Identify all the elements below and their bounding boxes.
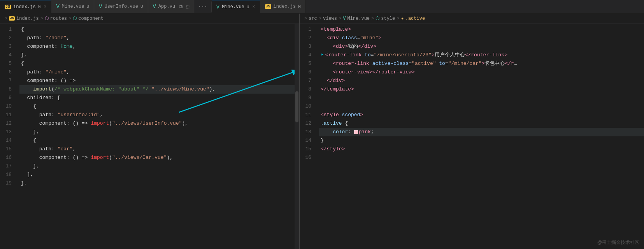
right-breadcrumb: > src > views > V Mine.vue > ⬡ style > ✦… (300, 14, 644, 24)
code-line: children: [ (19, 94, 299, 102)
code-line: <div class="mine"> (319, 34, 644, 42)
code-line: <div>我的</div> (319, 42, 644, 51)
ln: 7 (300, 77, 315, 85)
vue-icon: V (216, 4, 219, 10)
scrollbar-thumb[interactable] (295, 91, 298, 122)
code-line: component: () => (19, 77, 299, 85)
tab-userinfo-vue[interactable]: V UserInfo.vue U (94, 0, 148, 13)
code-line: }, (19, 162, 299, 171)
editor-container: > JS index.js > ⬡ routes > ⬡ component 1… (0, 14, 644, 249)
left-pane: > JS index.js > ⬡ routes > ⬡ component 1… (0, 14, 300, 249)
sep: > (397, 16, 399, 21)
app-window: JS index.js M × V Mine.vue U V UserInfo.… (0, 0, 644, 249)
ln: 9 (300, 94, 315, 102)
code-line: <router-view></router-view> (319, 68, 644, 77)
bc-views: views (323, 16, 337, 21)
code-line: </style> (319, 145, 644, 153)
ln: 12 (0, 119, 16, 128)
tab-mine-vue-right[interactable]: V Mine.vue U × (212, 0, 260, 13)
sep: > (339, 16, 341, 21)
code-lines-right: <template> <div class="mine"> <div>我的</d… (319, 24, 644, 249)
code-line: </div> (319, 77, 644, 85)
bc-src: src (309, 16, 317, 21)
close-icon[interactable]: × (44, 4, 46, 10)
tab-label: Mine.vue (62, 4, 84, 9)
more-tabs-button[interactable]: ··· (194, 0, 211, 13)
line-numbers-left: 1 2 3 4 5 6 7 8 9 10 11 12 13 14 15 16 1 (0, 24, 19, 249)
bc-mine-vue: Mine.vue (347, 16, 370, 21)
tab-bar: JS index.js M × V Mine.vue U V UserInfo.… (0, 0, 644, 14)
right-pane: > src > views > V Mine.vue > ⬡ style > ✦… (300, 14, 644, 249)
ln: 15 (300, 145, 315, 153)
tab-mine-vue-left[interactable]: V Mine.vue U (51, 0, 94, 13)
code-line: } (319, 136, 644, 145)
bc-style: style (381, 16, 395, 21)
ln: 13 (0, 128, 16, 136)
ln: 3 (300, 42, 315, 51)
tab-badge: U (140, 4, 143, 9)
breadcrumb-icon-routes: ⬡ (45, 16, 49, 21)
tab-label: UserInfo.vue (104, 4, 138, 9)
bc-style-icon: ⬡ (376, 16, 379, 21)
watermark: @稀土掘金技术社区 (597, 239, 639, 246)
tab-index-js[interactable]: JS index.js M × (0, 0, 51, 13)
breadcrumb-sep: > (304, 16, 307, 21)
ln: 16 (0, 153, 16, 162)
tab-badge: M (298, 4, 301, 9)
ln: 7 (0, 77, 16, 85)
split-icon: ⧉ (179, 4, 182, 10)
code-line (319, 94, 644, 102)
ln: 5 (300, 59, 315, 68)
close-icon[interactable]: × (252, 4, 255, 10)
code-line: path: "car", (19, 145, 299, 153)
ln: 15 (0, 145, 16, 153)
code-lines-left: { path: "/home", component: Home, }, { p… (19, 24, 299, 249)
code-line: { (19, 59, 299, 68)
ln: 6 (0, 68, 16, 77)
code-line: }, (19, 51, 299, 59)
left-breadcrumb: > JS index.js > ⬡ routes > ⬡ component (0, 14, 299, 24)
ln: 18 (0, 171, 16, 179)
code-line: component: () => import("../views/UserIn… (19, 119, 299, 128)
ln: 14 (0, 136, 16, 145)
tab-app-vue[interactable]: V App.vu ⧉ ⬚ (148, 0, 195, 13)
vue-icon: V (99, 3, 102, 10)
ln: 1 (300, 25, 315, 34)
code-line: path: "userinfo/:id", (19, 111, 299, 119)
ln: 11 (300, 111, 315, 119)
ln: 8 (300, 85, 315, 94)
code-line: }, (19, 128, 299, 136)
ln: 8 (0, 85, 16, 94)
code-line: path: "/home", (19, 34, 299, 42)
ln: 3 (0, 42, 16, 51)
code-line: .active { (319, 119, 644, 128)
layout-icon: ⬚ (186, 4, 189, 10)
ln: 2 (0, 34, 16, 42)
ln: 14 (300, 136, 315, 145)
code-line: }, (19, 179, 299, 188)
ln: 10 (300, 102, 315, 111)
line-numbers-right: 1 2 3 4 5 6 7 8 9 10 11 12 13 14 15 16 (300, 24, 319, 249)
scrollbar-track[interactable] (295, 24, 299, 249)
right-code-area[interactable]: 1 2 3 4 5 6 7 8 9 10 11 12 13 14 15 16 (300, 24, 644, 249)
breadcrumb-icon-component: ⬡ (73, 16, 77, 21)
code-line-4: ➤ <router-link to="/mine/userinfo/23">用户… (319, 51, 644, 59)
ln: 5 (0, 59, 16, 68)
breadcrumb-routes: routes (50, 16, 67, 21)
code-line: { (19, 136, 299, 145)
tab-badge: U (247, 5, 249, 9)
vue-icon: V (343, 16, 346, 21)
ln: 4 (300, 51, 315, 59)
tab-label: App.vu (158, 4, 175, 9)
tab-index-js-right[interactable]: JS index.js M (260, 0, 306, 13)
vue-icon: V (153, 3, 156, 10)
code-line-highlighted: import(/* webpackChunkName: "about" */ "… (19, 85, 299, 94)
code-line: <style scoped> (319, 111, 644, 119)
color-swatch-pink (354, 130, 358, 134)
left-code-area[interactable]: 1 2 3 4 5 6 7 8 9 10 11 12 13 14 15 16 1 (0, 24, 299, 249)
ln: 2 (300, 34, 315, 42)
code-line-13: color : pink ; (319, 128, 644, 136)
code-line: { (19, 25, 299, 34)
sep: > (371, 16, 374, 21)
vue-icon: V (56, 3, 59, 10)
